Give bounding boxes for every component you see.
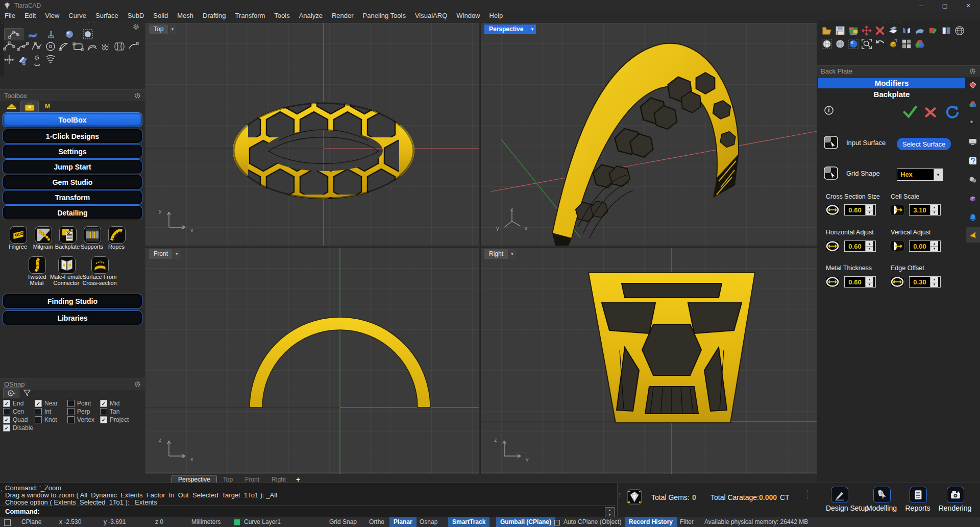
ortho-toggle[interactable]: Ortho [369, 517, 384, 527]
menu-paneling-tools[interactable]: Paneling Tools [358, 11, 410, 20]
osnap-points-tab[interactable] [3, 387, 19, 398]
menu-tools[interactable]: Tools [270, 11, 294, 20]
osnap-end-checkbox[interactable] [3, 400, 10, 407]
toolbox-gear-icon[interactable] [134, 92, 141, 101]
filigree-tool[interactable] [10, 226, 27, 244]
horizontal-adjust-input[interactable] [845, 241, 865, 251]
toolbox-button[interactable]: ToolBox [3, 112, 142, 127]
current-layer-button[interactable]: Curve Layer1 [244, 517, 281, 527]
box-edit-tab-icon[interactable] [966, 191, 980, 206]
smarttrack-toggle[interactable]: SmartTrack [448, 517, 489, 527]
grid-shape-dropdown-arrow[interactable]: ▼ [934, 169, 942, 180]
osnap-project-checkbox[interactable] [100, 416, 107, 423]
cell-scale-input[interactable] [910, 205, 930, 215]
environment-tab-icon[interactable] [966, 172, 980, 187]
edge-offset-input[interactable] [910, 277, 930, 287]
auto-cplane-toggle[interactable]: Auto CPlane (Object) [564, 517, 621, 527]
projection-arcs-icon[interactable] [43, 53, 57, 66]
color-wheel-tab-icon[interactable] [966, 97, 980, 112]
rendering-button[interactable] [947, 487, 964, 503]
unroll-surface-icon[interactable] [887, 25, 899, 37]
menu-edit[interactable]: Edit [20, 11, 40, 20]
cross-section-size-field[interactable]: ▲▼ [844, 204, 876, 215]
detailing-button[interactable]: Detailing [3, 205, 142, 220]
save-icon[interactable] [834, 25, 846, 37]
osnap-filter-tab[interactable] [19, 387, 35, 398]
menu-help[interactable]: Help [485, 11, 508, 20]
cross-section-size-input[interactable] [845, 205, 865, 215]
toolbox-tab-icon[interactable] [20, 101, 39, 112]
viewport-right-title-tab[interactable]: Right▼ [484, 249, 516, 259]
metal-thickness-field[interactable]: ▲▼ [844, 276, 876, 288]
modifiers-header[interactable]: Modifiers [818, 78, 965, 88]
menu-window[interactable]: Window [452, 11, 484, 20]
interpolated-curve-icon[interactable] [16, 40, 30, 53]
helix-icon[interactable] [99, 40, 112, 53]
grid-snap-toggle[interactable]: Grid Snap [329, 517, 357, 527]
metal-thickness-input[interactable] [845, 277, 865, 287]
menu-solid[interactable]: Solid [149, 11, 173, 20]
viewport-perspective[interactable]: Perspective▼ z y x [480, 22, 818, 246]
solid-tools-tab[interactable] [42, 28, 60, 40]
maximize-button[interactable]: ▢ [933, 0, 957, 11]
confirm-icon[interactable] [902, 105, 918, 121]
twisted-metal-tool[interactable] [29, 256, 46, 274]
display-tab-icon[interactable] [966, 134, 980, 150]
osnap-perp-checkbox[interactable] [67, 408, 75, 415]
screenshot-icon[interactable] [847, 25, 860, 37]
grid-shape-dropdown[interactable]: Hex ▼ [897, 169, 943, 181]
select-surface-button[interactable]: Select Surface [897, 138, 951, 150]
vertical-adjust-field[interactable]: ▲▼ [909, 241, 941, 252]
menu-transform[interactable]: Transform [231, 11, 270, 20]
info-icon[interactable] [824, 105, 834, 117]
supports-tool[interactable] [84, 226, 101, 244]
metal-thickness-stepper[interactable]: ▲▼ [865, 277, 873, 287]
settings-button[interactable]: Settings [3, 144, 142, 159]
osnap-disable-checkbox[interactable] [3, 424, 10, 432]
pipe-icon[interactable] [112, 40, 126, 53]
menu-subd[interactable]: SubD [123, 11, 149, 20]
notifications-tab-icon[interactable] [966, 210, 980, 225]
osnap-toggle[interactable]: Osnap [420, 517, 437, 527]
cplane-button[interactable]: CPlane [21, 517, 41, 527]
filter-toggle[interactable]: Filter [680, 517, 694, 527]
undo-view-icon[interactable] [874, 38, 886, 50]
patch-surface-icon[interactable] [914, 25, 926, 37]
gems-panel-grip[interactable]: ⁞ [619, 493, 620, 498]
handle-curve-icon[interactable] [126, 40, 140, 53]
viewport-front-title-tab[interactable]: Front▼ [149, 249, 181, 259]
backplate-gear-icon[interactable] [969, 67, 976, 77]
units-button[interactable]: Millimeters [191, 517, 220, 527]
spiral-icon[interactable] [30, 53, 43, 66]
osnap-tan-checkbox[interactable] [100, 408, 107, 415]
materials-tab-icon[interactable] [966, 78, 980, 93]
mesh-sphere-icon[interactable] [821, 38, 833, 50]
modelling-label[interactable]: Modelling [866, 504, 897, 512]
rendering-label[interactable]: Rendering [939, 504, 972, 512]
viewport-perspective-menu-arrow[interactable]: ▼ [528, 25, 536, 34]
circle-icon[interactable] [43, 40, 57, 53]
osnap-gear-icon[interactable] [134, 380, 141, 390]
globe-icon[interactable] [953, 25, 966, 37]
menu-visualarq[interactable]: VisualARQ [410, 11, 452, 20]
gem-studio-button[interactable]: Gem Studio [3, 175, 142, 189]
osnap-near-checkbox[interactable] [35, 400, 42, 407]
horizontal-adjust-stepper[interactable]: ▲▼ [865, 241, 873, 251]
design-setup-label[interactable]: Design Setup [826, 504, 869, 512]
layer-color-swatch[interactable] [234, 519, 241, 526]
command-input-row[interactable]: Command: ▲▼ [0, 506, 617, 518]
cancel-icon[interactable] [924, 106, 937, 121]
toolbar-grip-dots[interactable]: · · · · [77, 19, 96, 26]
viewport-layout-icon[interactable] [900, 38, 913, 50]
tiaracad-panel-tab-icon[interactable] [966, 227, 980, 243]
refresh-icon[interactable] [944, 104, 960, 122]
osnap-cen-checkbox[interactable] [3, 408, 10, 415]
male-female-connector-tool[interactable] [58, 256, 76, 274]
shaded-sphere-icon[interactable] [834, 38, 846, 50]
osnap-mid-checkbox[interactable] [100, 400, 107, 407]
move-icon[interactable] [861, 25, 873, 37]
surface-from-cross-section-tool[interactable] [91, 256, 109, 274]
viewport-top-title-tab[interactable]: Top▼ [149, 25, 176, 34]
planar-toggle[interactable]: Planar [389, 517, 416, 527]
rectangle-icon[interactable] [71, 40, 85, 53]
